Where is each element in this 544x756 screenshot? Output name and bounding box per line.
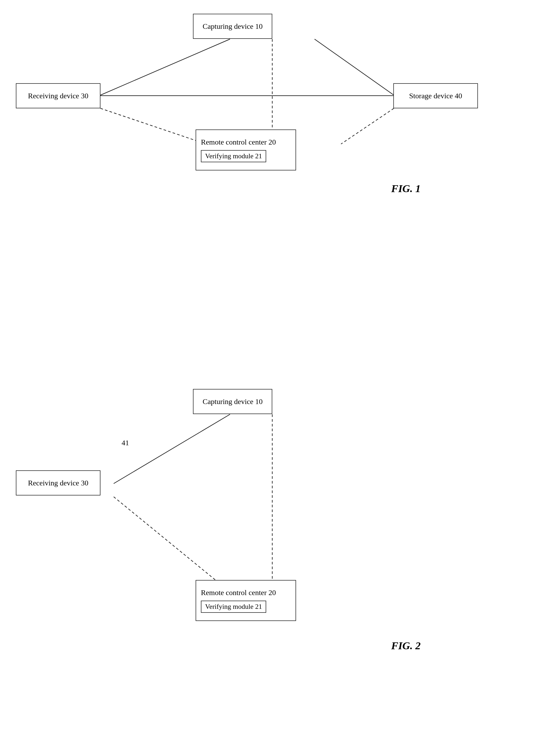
verifying-module-fig1: Verifying module 21 [201, 150, 266, 162]
svg-line-1 [315, 39, 394, 95]
remote-control-center-label-fig2: Remote control center 20 [201, 588, 276, 597]
receiving-device-fig2: Receiving device 30 [16, 470, 100, 495]
receiving-device-label-fig2: Receiving device 30 [28, 479, 88, 487]
svg-line-6 [114, 414, 230, 484]
verifying-module-fig2: Verifying module 21 [201, 601, 266, 613]
verifying-module-label-fig2: Verifying module 21 [205, 603, 262, 610]
receiving-device-label-fig1: Receiving device 30 [28, 92, 88, 100]
svg-line-4 [100, 108, 206, 144]
storage-device-label-fig1: Storage device 40 [409, 92, 462, 100]
receiving-device-fig1: Receiving device 30 [16, 83, 100, 108]
fig1-label: FIG. 1 [391, 182, 421, 195]
remote-control-center-fig2: Remote control center 20 Verifying modul… [195, 580, 296, 621]
capturing-device-label-fig2: Capturing device 10 [202, 397, 262, 406]
capturing-device-fig2: Capturing device 10 [193, 389, 272, 414]
capturing-device-fig1: Capturing device 10 [193, 14, 272, 39]
svg-line-0 [100, 39, 230, 95]
capturing-device-label-fig1: Capturing device 10 [202, 22, 262, 31]
remote-control-center-fig1: Remote control center 20 Verifying modul… [195, 129, 296, 170]
storage-device-fig1: Storage device 40 [393, 83, 478, 108]
svg-line-8 [114, 497, 230, 592]
remote-control-center-label-fig1: Remote control center 20 [201, 138, 276, 146]
label-41: 41 [122, 439, 129, 447]
verifying-module-label-fig1: Verifying module 21 [205, 152, 262, 160]
svg-line-5 [341, 108, 394, 144]
fig2-label: FIG. 2 [391, 639, 421, 652]
